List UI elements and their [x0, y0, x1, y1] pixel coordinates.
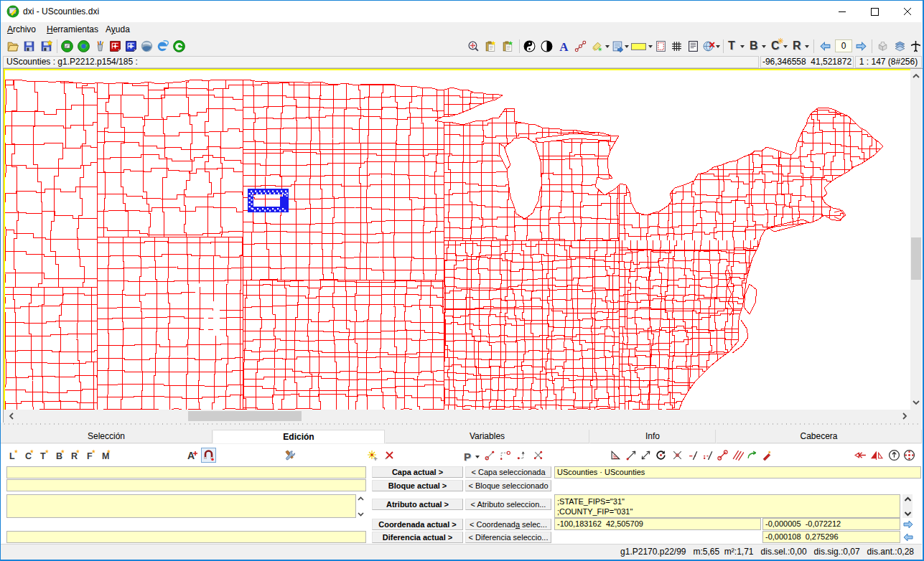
svg-text:T: T	[40, 451, 46, 461]
svg-text:A: A	[187, 450, 195, 461]
svg-text:M: M	[102, 451, 109, 461]
svg-text:A: A	[559, 40, 569, 52]
svg-text:L: L	[9, 451, 15, 461]
svg-text:F: F	[87, 451, 93, 461]
